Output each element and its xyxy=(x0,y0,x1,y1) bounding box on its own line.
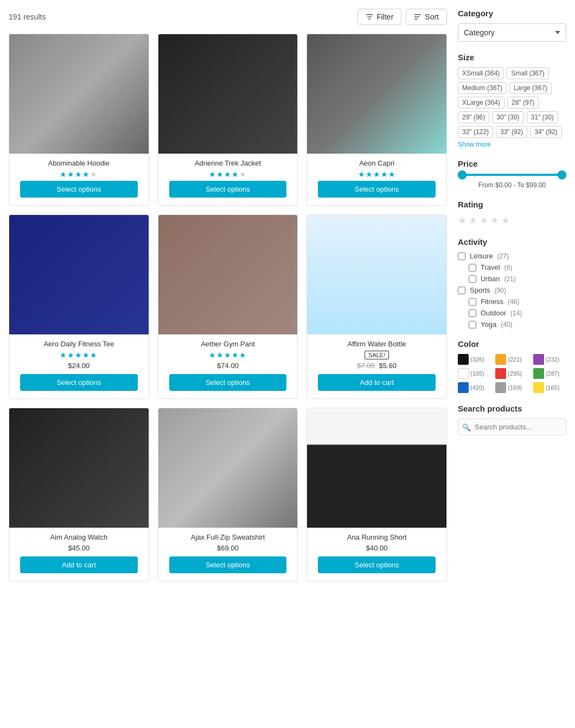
slider-thumb-min[interactable] xyxy=(458,170,467,179)
select-options-button[interactable]: Select options xyxy=(318,556,436,573)
color-count: (420) xyxy=(470,384,484,391)
size-tags: XSmall (364)Small (367)Medium (367)Large… xyxy=(458,67,566,138)
rating-star-1[interactable]: ★ xyxy=(458,214,467,226)
price-title: Price xyxy=(458,159,566,168)
select-options-button[interactable]: Select options xyxy=(169,556,287,573)
activity-label: Urban xyxy=(481,275,500,283)
rating-star-3[interactable]: ★ xyxy=(480,214,488,226)
activity-count: (27) xyxy=(497,252,509,260)
category-select[interactable]: CategoryAccessoriesClothingEquipment xyxy=(458,23,566,42)
category-section: Category CategoryAccessoriesClothingEqui… xyxy=(458,9,566,42)
star: ★ xyxy=(82,351,90,359)
size-tag[interactable]: Large (367) xyxy=(509,82,552,94)
sort-button[interactable]: Sort xyxy=(406,9,447,25)
rating-stars[interactable]: ★ ★ ★ ★ ★ xyxy=(458,214,566,226)
color-swatch-purple[interactable] xyxy=(533,354,544,365)
select-options-button[interactable]: Select options xyxy=(20,374,138,391)
star: ★ xyxy=(60,170,67,179)
color-swatch-black[interactable] xyxy=(458,354,469,365)
color-count: (295) xyxy=(508,370,522,377)
select-options-button[interactable]: Select options xyxy=(20,181,138,198)
sort-icon xyxy=(414,13,421,21)
product-image xyxy=(158,215,298,334)
color-item: (221) xyxy=(495,354,528,365)
size-tag[interactable]: XSmall (364) xyxy=(458,67,504,79)
select-options-button[interactable]: Select options xyxy=(169,374,287,391)
filter-button[interactable]: Filter xyxy=(357,9,401,25)
rating-title: Rating xyxy=(458,200,566,209)
activity-checkbox[interactable] xyxy=(469,321,476,328)
activity-checkbox[interactable] xyxy=(458,252,465,260)
size-tag[interactable]: Medium (367) xyxy=(458,82,507,94)
product-name: Ajax Full-Zip Sweatshirt xyxy=(164,533,292,541)
select-options-button[interactable]: Select options xyxy=(318,181,436,198)
activity-item[interactable]: Urban (21) xyxy=(469,275,566,283)
size-tag[interactable]: 28" (97) xyxy=(507,97,539,109)
size-tag[interactable]: 32" (122) xyxy=(458,126,493,138)
activity-checkbox[interactable] xyxy=(458,287,465,294)
product-name: Aether Gym Pant xyxy=(164,340,292,348)
color-swatch-orange[interactable] xyxy=(495,354,506,365)
star: ★ xyxy=(75,170,82,179)
rating-star-5[interactable]: ★ xyxy=(501,214,510,226)
activity-count: (90) xyxy=(495,287,506,294)
size-tag[interactable]: 30" (30) xyxy=(492,111,523,123)
show-more-sizes[interactable]: Show more xyxy=(458,141,566,148)
color-swatch-gray[interactable] xyxy=(495,382,506,393)
price-slider[interactable] xyxy=(458,174,566,176)
size-tag[interactable]: 34" (92) xyxy=(530,126,561,138)
color-swatch-red[interactable] xyxy=(495,368,506,379)
star: ★ xyxy=(209,170,216,179)
price: $69.00 xyxy=(164,544,292,552)
activity-item[interactable]: Yoga (40) xyxy=(469,320,566,328)
search-input-wrap: 🔍 xyxy=(458,419,566,435)
slider-thumb-max[interactable] xyxy=(558,170,566,179)
activity-checkbox[interactable] xyxy=(469,264,476,271)
search-icon: 🔍 xyxy=(462,423,471,431)
color-swatch-blue[interactable] xyxy=(458,382,469,393)
rating-star-2[interactable]: ★ xyxy=(469,214,477,226)
price: $45.00 xyxy=(15,544,143,552)
product-image xyxy=(158,34,298,154)
price-range-text: From $0.00 - To $99.00 xyxy=(458,181,566,189)
product-image xyxy=(9,408,149,528)
activity-item[interactable]: Leisure (27) xyxy=(458,252,566,260)
product-name: Affirm Water Bottle xyxy=(312,340,441,348)
search-input[interactable] xyxy=(458,419,566,435)
star: ★ xyxy=(239,351,247,359)
size-tag[interactable]: 31" (30) xyxy=(527,111,558,123)
select-options-button[interactable]: Select options xyxy=(169,181,287,198)
activity-label: Fitness xyxy=(481,297,503,306)
color-grid: (326) (221) (232) (105) (295) (287) (420… xyxy=(458,354,566,393)
top-actions: Filter Sort xyxy=(357,9,447,25)
color-item: (232) xyxy=(533,354,566,365)
size-tag[interactable]: 33" (92) xyxy=(496,126,527,138)
star: ★ xyxy=(224,170,232,179)
slider-fill xyxy=(458,174,566,176)
size-tag[interactable]: 29" (96) xyxy=(458,111,489,123)
color-item: (326) xyxy=(458,354,491,365)
add-to-cart-button[interactable]: Add to cart xyxy=(318,374,436,391)
activity-item[interactable]: Fitness (46) xyxy=(469,297,566,306)
activity-item[interactable]: Sports (90) xyxy=(458,286,566,294)
add-to-cart-button[interactable]: Add to cart xyxy=(20,556,138,573)
product-image xyxy=(9,34,149,154)
size-tag[interactable]: XLarge (364) xyxy=(458,97,504,109)
size-tag[interactable]: Small (367) xyxy=(507,67,548,79)
activity-checkbox[interactable] xyxy=(469,298,476,306)
activity-checkbox[interactable] xyxy=(469,309,476,317)
activity-item[interactable]: Travel (6) xyxy=(469,263,566,271)
product-image xyxy=(307,34,446,154)
star: ★ xyxy=(366,170,373,179)
product-stars: ★★★★★ xyxy=(164,351,292,359)
color-row: (105) (295) (287) xyxy=(458,368,566,379)
color-swatch-yellow[interactable] xyxy=(533,382,544,393)
color-swatch-green[interactable] xyxy=(533,368,544,379)
product-card: Affirm Water Bottle SALE! $7.00 $5.60 Ad… xyxy=(306,214,447,399)
activity-label: Leisure xyxy=(470,252,493,260)
color-swatch-white[interactable] xyxy=(458,368,469,379)
activity-item[interactable]: Outdoor (14) xyxy=(469,309,566,317)
activity-checkbox[interactable] xyxy=(469,275,476,283)
rating-star-4[interactable]: ★ xyxy=(490,214,499,226)
activity-label: Yoga xyxy=(481,320,496,328)
